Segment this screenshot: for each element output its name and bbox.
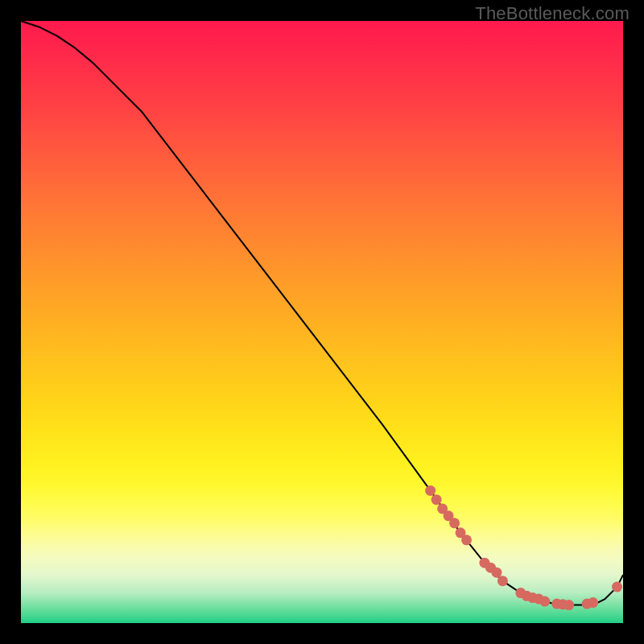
data-marker bbox=[539, 597, 550, 607]
curve-svg bbox=[21, 21, 623, 623]
data-marker bbox=[425, 485, 436, 496]
data-marker bbox=[491, 568, 502, 578]
data-marker bbox=[497, 576, 508, 586]
data-marker bbox=[588, 597, 598, 608]
plot-area bbox=[21, 21, 623, 623]
bottleneck-curve bbox=[21, 21, 623, 605]
data-marker bbox=[431, 494, 442, 505]
data-marker bbox=[612, 582, 622, 592]
data-marker bbox=[564, 600, 574, 610]
chart-container: TheBottleneck.com bbox=[0, 0, 644, 644]
data-marker bbox=[449, 518, 460, 528]
marker-group bbox=[425, 485, 622, 610]
data-marker bbox=[461, 535, 472, 545]
